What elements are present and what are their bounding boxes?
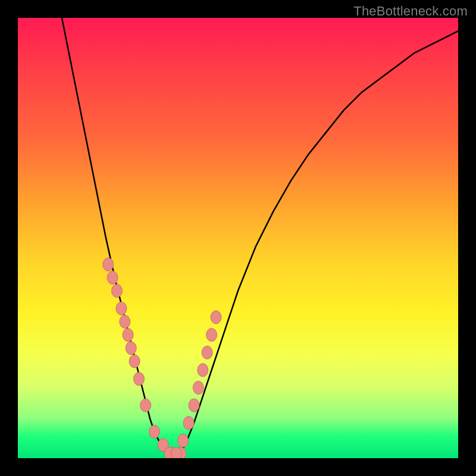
- plot-area: [18, 18, 458, 458]
- watermark-text: TheBottleneck.com: [353, 4, 468, 19]
- curve-markers: [103, 258, 221, 458]
- curve-marker: [178, 434, 189, 447]
- curve-marker: [140, 399, 151, 412]
- curve-marker: [134, 372, 145, 386]
- curve-marker: [211, 311, 221, 324]
- curve-marker: [116, 302, 127, 315]
- curve-marker: [120, 315, 130, 328]
- bottleneck-curve: [62, 18, 458, 458]
- curve-marker: [103, 258, 114, 271]
- curve-marker: [171, 447, 181, 458]
- curve-marker: [206, 328, 217, 342]
- curve-marker: [183, 416, 194, 430]
- curve-marker: [129, 355, 140, 368]
- curve-marker: [126, 342, 136, 355]
- curve-marker: [149, 425, 159, 439]
- curve-marker: [193, 381, 203, 394]
- curve-marker: [107, 271, 118, 284]
- curve-marker: [112, 284, 123, 298]
- chart-stage: TheBottleneck.com: [0, 0, 476, 476]
- curve-marker: [123, 328, 133, 342]
- chart-svg: [18, 18, 458, 458]
- curve-marker: [198, 364, 208, 377]
- curve-marker: [202, 346, 212, 359]
- curve-marker: [189, 399, 199, 412]
